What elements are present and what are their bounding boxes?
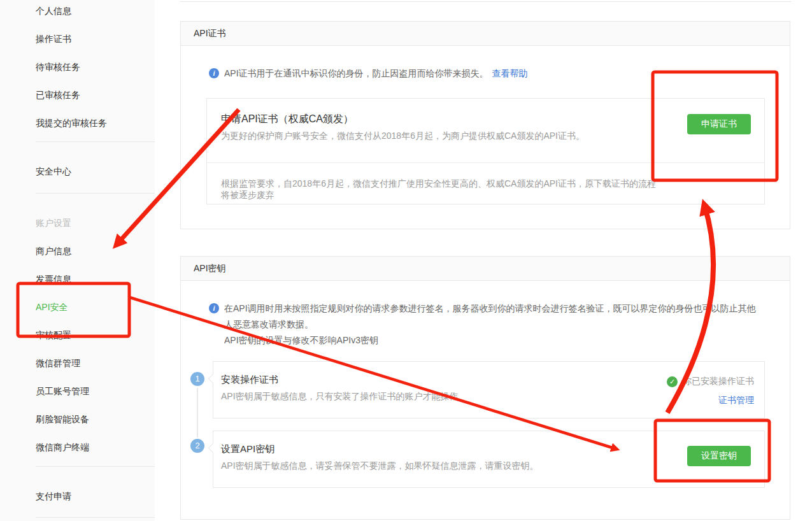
- api-key-panel-title: API密钥: [181, 257, 790, 281]
- api-key-info-note: API密钥的设置与修改不影响APIv3密钥: [224, 332, 758, 348]
- step-box-notch: [208, 443, 218, 453]
- step-box-notch: [208, 374, 218, 384]
- set-api-key-step-box: 设置API密钥 API密钥属于敏感信息，请妥善保管不要泄露，如果怀疑信息泄露，请…: [213, 431, 765, 488]
- sidebar-item-merchant-info[interactable]: 商户信息: [0, 237, 155, 265]
- sidebar-divider: [36, 517, 155, 518]
- apply-cert-card: 申请API证书（权威CA颁发） 为更好的保护商户账号安全，微信支付从2018年6…: [206, 98, 765, 204]
- install-cert-title: 安装操作证书: [221, 374, 278, 386]
- sidebar-divider: [36, 466, 155, 467]
- sidebar-divider: [36, 141, 155, 142]
- sidebar-item-face-smart-device[interactable]: 刷脸智能设备: [0, 405, 155, 433]
- cert-manage-link[interactable]: 证书管理: [718, 395, 754, 406]
- info-icon: i: [209, 68, 219, 78]
- api-cert-panel-title: API证书: [181, 22, 790, 46]
- apply-cert-card-desc: 为更好的保护商户账号安全，微信支付从2018年6月起，为商户提供权威CA颁发的A…: [221, 131, 585, 142]
- step-2-badge: 2: [190, 439, 204, 453]
- sidebar-item-security-center[interactable]: 安全中心: [0, 157, 155, 185]
- view-help-link[interactable]: 查看帮助: [492, 68, 528, 79]
- install-cert-status-text: 你已安装操作证书: [683, 376, 754, 387]
- sidebar-section-account-settings: 账户设置: [0, 209, 155, 237]
- sidebar-divider: [36, 193, 155, 194]
- content-top-divider: [180, 1, 792, 2]
- sidebar: 个人信息 操作证书 待审核任务 已审核任务 我提交的审核任务 安全中心 账户设置…: [0, 0, 155, 521]
- sidebar-item-review-config[interactable]: 审核配置: [0, 321, 155, 349]
- wechat-pay-merchant-api-security-page: 个人信息 操作证书 待审核任务 已审核任务 我提交的审核任务 安全中心 账户设置…: [0, 0, 812, 521]
- apply-cert-button[interactable]: 申请证书: [687, 114, 751, 134]
- sidebar-item-invoice-info[interactable]: 发票信息: [0, 265, 155, 293]
- api-cert-info-text: API证书用于在通讯中标识你的身份，防止因盗用而给你带来损失。: [224, 68, 488, 79]
- sidebar-item-reviewed-tasks[interactable]: 已审核任务: [0, 81, 155, 109]
- sidebar-item-pending-review-tasks[interactable]: 待审核任务: [0, 53, 155, 81]
- set-key-button[interactable]: 设置密钥: [687, 446, 751, 466]
- set-api-key-title: 设置API密钥: [221, 443, 274, 455]
- step-connector: [197, 388, 198, 438]
- info-icon: i: [209, 303, 219, 313]
- apply-cert-card-title: 申请API证书（权威CA颁发）: [221, 113, 353, 126]
- api-key-panel: API密钥 i 在API调用时用来按照指定规则对你的请求参数进行签名，服务器收到…: [180, 256, 790, 520]
- sidebar-item-payment-application[interactable]: 支付申请: [0, 482, 155, 510]
- api-cert-info-row: i API证书用于在通讯中标识你的身份，防止因盗用而给你带来损失。 查看帮助: [209, 68, 528, 79]
- sidebar-item-personal-info[interactable]: 个人信息: [0, 0, 155, 25]
- sidebar-item-staff-account-management[interactable]: 员工账号管理: [0, 377, 155, 405]
- install-cert-desc: API密钥属于敏感信息，只有安装了操作证书的账户才能操作: [221, 391, 459, 403]
- sidebar-item-api-security[interactable]: API安全: [0, 293, 155, 321]
- install-cert-step-box: 安装操作证书 API密钥属于敏感信息，只有安装了操作证书的账户才能操作 ✓ 你已…: [213, 361, 765, 418]
- api-cert-panel: API证书 i API证书用于在通讯中标识你的身份，防止因盗用而给你带来损失。 …: [180, 21, 790, 229]
- sidebar-item-wechat-group-management[interactable]: 微信群管理: [0, 349, 155, 377]
- api-key-info-text: 在API调用时用来按照指定规则对你的请求参数进行签名，服务器收到你的请求时会进行…: [224, 301, 758, 332]
- sidebar-item-my-submitted-review-tasks[interactable]: 我提交的审核任务: [0, 109, 155, 137]
- api-key-info-row: i 在API调用时用来按照指定规则对你的请求参数进行签名，服务器收到你的请求时会…: [209, 303, 769, 348]
- sidebar-item-wechat-merchant-terminal[interactable]: 微信商户终端: [0, 433, 155, 461]
- apply-cert-notice: 根据监管要求，自2018年6月起，微信支付推广使用安全性更高的、权威CA颁发的A…: [221, 178, 656, 201]
- install-cert-status: ✓ 你已安装操作证书: [667, 376, 754, 387]
- check-icon: ✓: [667, 376, 678, 387]
- card-divider: [207, 162, 764, 163]
- sidebar-item-operation-certificate[interactable]: 操作证书: [0, 25, 155, 53]
- step-1-badge: 1: [190, 372, 204, 386]
- set-api-key-desc: API密钥属于敏感信息，请妥善保管不要泄露，如果怀疑信息泄露，请重设密钥。: [221, 460, 539, 472]
